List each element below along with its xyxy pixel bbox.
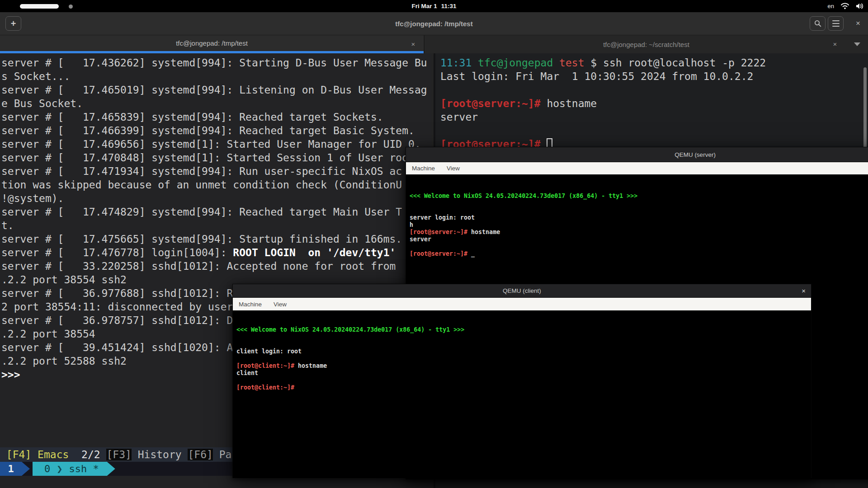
terminal-line: h	[410, 221, 413, 229]
tab-bar: tfc@jongepad: /tmp/test × tfc@jongepad: …	[0, 35, 868, 53]
terminal-line: e Bus Socket.	[1, 97, 83, 110]
tab-label: tfc@jongepad: ~/scratch/test	[425, 35, 868, 53]
powerline-arrow	[107, 462, 115, 476]
terminal-line: [root@client:~]#	[236, 384, 294, 391]
tmux-window-index: 0	[44, 463, 50, 474]
terminal-line: server # [ 17.476778] login[1004]: ROOT …	[1, 246, 396, 259]
terminal-line: server # [ 39.451424] sshd[1020]: A	[1, 341, 233, 354]
terminal-line: server # [ 17.436262] systemd[994]: Star…	[1, 56, 427, 70]
terminal-line: server	[440, 110, 478, 124]
terminal-line: Last login: Fri Mar 1 10:30:55 2024 from…	[440, 70, 753, 83]
terminal-line: server # [ 17.471934] systemd[994]: Run …	[1, 164, 402, 178]
tmux-session-index: 1	[0, 462, 22, 476]
terminal-line: t.	[1, 219, 14, 232]
terminal-line: server # [ 17.465839] systemd[994]: Reac…	[1, 110, 383, 124]
wifi-icon[interactable]	[840, 3, 849, 9]
qemu-server-menubar: Machine View	[406, 162, 868, 174]
close-icon: ×	[833, 40, 837, 48]
terminal-line: server	[410, 236, 431, 243]
terminal-line: server login: root	[410, 214, 475, 221]
search-icon	[814, 20, 821, 27]
menu-view[interactable]: View	[274, 301, 287, 308]
terminal-line: .2.2 port 38554 ssh2	[1, 273, 127, 286]
new-tab-button[interactable]: +	[5, 16, 21, 31]
terminal-headerbar: tfc@jongepad: /tmp/test + ×	[0, 12, 868, 35]
tab-scratch-test[interactable]: tfc@jongepad: ~/scratch/test ×	[424, 35, 868, 53]
terminal-line: <<< Welcome to NixOS 24.05.20240224.73de…	[236, 326, 464, 333]
terminal-line: [F4] Emacs 2/2 [F3] History [F6] Pa	[0, 447, 231, 462]
tmux-active-window[interactable]: 0 ❯ ssh *	[33, 462, 107, 476]
qemu-server-title: QEMU (server)	[675, 151, 716, 158]
window-title: tfc@jongepad: /tmp/test	[0, 12, 868, 35]
terminal-line: !@system).	[1, 192, 64, 205]
desktop: Fri Mar 1 11:31 en tf	[0, 0, 868, 488]
close-icon: ×	[856, 19, 860, 28]
terminal-line: 2 port 38554:11: disconnected by user	[1, 300, 233, 314]
clock-time: 11:31	[441, 3, 457, 9]
terminal-line: server # [ 17.470848] systemd[1]: Starte…	[1, 151, 421, 164]
qemu-client-console[interactable]: <<< Welcome to NixOS 24.05.20240224.73de…	[233, 310, 811, 478]
terminal-line: s Socket...	[1, 70, 70, 83]
menu-machine[interactable]: Machine	[412, 165, 435, 172]
qemu-client-menubar: Machine View	[233, 298, 811, 310]
tab-tmp-test[interactable]: tfc@jongepad: /tmp/test ×	[0, 35, 424, 53]
clock[interactable]: Fri Mar 1 11:31	[0, 0, 868, 12]
volume-icon[interactable]	[856, 3, 864, 9]
qemu-client-close-button[interactable]: ×	[802, 284, 806, 297]
terminal-line: [root@client:~]# hostname	[236, 362, 327, 370]
tab-list-chevron-down-icon[interactable]	[854, 42, 860, 46]
close-icon: ×	[411, 40, 415, 48]
tab-label: tfc@jongepad: /tmp/test	[0, 35, 424, 51]
terminal-line: server # [ 36.978757] sshd[1012]: D	[1, 314, 233, 327]
terminal-line: client	[236, 370, 258, 377]
terminal-line: [root@server:~]# _	[410, 250, 475, 258]
terminal-line: .2.2 port 52588 ssh2	[1, 354, 127, 368]
hamburger-icon	[832, 20, 840, 27]
menu-view[interactable]: View	[447, 165, 460, 172]
terminal-line: .2.2 port 38554	[1, 327, 95, 341]
tmux-window-name: ssh *	[69, 463, 99, 474]
main-menu-button[interactable]	[828, 16, 844, 31]
terminal-line: server # [ 17.465019] systemd[994]: List…	[1, 83, 427, 97]
terminal-line: server # [ 17.475665] systemd[994]: Star…	[1, 232, 402, 246]
tab-close-button[interactable]: ×	[408, 39, 418, 49]
menu-machine[interactable]: Machine	[239, 301, 262, 308]
qemu-server-titlebar[interactable]: QEMU (server)	[406, 147, 868, 162]
plus-icon: +	[11, 19, 16, 29]
terminal-line: [root@server:~]# hostname	[440, 97, 597, 110]
terminal-line: >>>	[1, 368, 20, 381]
chevron-right-icon: ❯	[57, 463, 62, 474]
qemu-client-titlebar[interactable]: QEMU (client) ×	[233, 284, 811, 298]
qemu-client-window: QEMU (client) × Machine View <<< Welcome…	[232, 284, 811, 478]
terminal-line: server # [ 17.469656] systemd[1]: Starte…	[1, 137, 421, 151]
tab-close-button[interactable]: ×	[830, 39, 840, 49]
gnome-top-bar: Fri Mar 1 11:31 en	[0, 0, 868, 12]
search-button[interactable]	[810, 16, 826, 31]
terminal-line: client login: root	[236, 348, 302, 355]
keyboard-layout-indicator[interactable]: en	[828, 3, 834, 9]
terminal-line: [root@server:~]# hostname	[410, 229, 500, 236]
terminal-line: server # [ 17.474829] systemd[994]: Reac…	[1, 205, 402, 219]
terminal-line: server # [ 17.466399] systemd[994]: Reac…	[1, 124, 415, 137]
terminal-line: server # [ 33.220258] sshd[1012]: Accept…	[1, 259, 396, 273]
qemu-client-title: QEMU (client)	[503, 287, 541, 294]
window-close-button[interactable]: ×	[852, 16, 864, 31]
close-icon: ×	[802, 287, 806, 295]
powerline-arrow	[22, 462, 30, 476]
terminal-line: 11:31 tfc@jongepad test $ ssh root@local…	[440, 56, 766, 70]
clock-date: Fri Mar 1	[411, 3, 437, 9]
terminal-line: <<< Welcome to NixOS 24.05.20240224.73de…	[410, 192, 637, 200]
terminal-line: tion was skipped because of an unmet con…	[1, 178, 402, 192]
